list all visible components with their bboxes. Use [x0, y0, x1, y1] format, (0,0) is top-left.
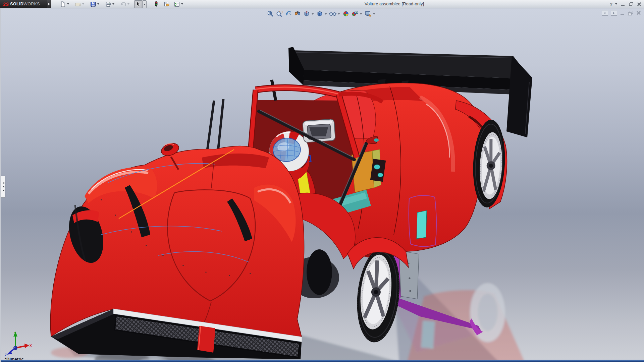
file-properties-button[interactable]: [163, 0, 171, 8]
collapse-pane-left-button[interactable]: [602, 10, 608, 16]
print-button[interactable]: [104, 0, 112, 8]
triad-x-label: X: [30, 344, 32, 348]
reference-triad: Y X Z: [4, 330, 32, 357]
select-tool-button[interactable]: [134, 0, 142, 8]
apply-scene-button[interactable]: [351, 10, 359, 18]
document-title: Voiture assomblee [Read-only]: [365, 1, 424, 6]
display-style-icon: [316, 10, 323, 17]
new-document-button[interactable]: [59, 0, 67, 8]
help-button[interactable]: ?: [609, 2, 613, 7]
appearance-ball-icon: [342, 10, 349, 17]
zoom-to-area-icon: [276, 10, 283, 17]
new-dropdown[interactable]: [67, 3, 69, 6]
save-button[interactable]: [89, 0, 97, 8]
expand-tree-icon: [2, 189, 4, 191]
document-window-controls: [602, 10, 641, 16]
flyout-arrow-icon: [48, 3, 51, 5]
brand-works: WORKS: [23, 2, 40, 6]
side-window-teal: [417, 210, 427, 239]
close-document-button[interactable]: [636, 10, 641, 16]
edit-appearance-button[interactable]: [342, 10, 350, 18]
hide-show-items-dropdown[interactable]: [338, 13, 340, 16]
expand-tree-icon: [2, 186, 4, 188]
solidworks-logo-icon: 3S: [2, 1, 9, 7]
menu-flyout-button[interactable]: [47, 0, 51, 8]
apply-scene-dropdown[interactable]: [360, 13, 362, 16]
view-settings-button[interactable]: [364, 10, 372, 18]
undo-dropdown: [127, 3, 129, 6]
heads-up-view-toolbar: [266, 10, 376, 18]
view-settings-dropdown[interactable]: [373, 13, 375, 16]
open-dropdown: [82, 3, 84, 6]
minimize-button[interactable]: [620, 1, 626, 7]
rebuild-stoplight-button[interactable]: [152, 0, 160, 8]
pane-right-icon: [613, 12, 616, 14]
solidworks-logo: 3S SOLID WORKS: [0, 0, 47, 8]
view-settings-icon: [365, 10, 371, 17]
save-floppy-icon: [90, 1, 96, 7]
previous-view-button[interactable]: [284, 10, 292, 18]
new-document-icon: [60, 1, 66, 7]
hide-show-items-button[interactable]: [329, 10, 337, 18]
standard-toolbar: [59, 0, 187, 8]
restore-document-button[interactable]: [628, 10, 633, 16]
open-folder-icon: [75, 1, 81, 7]
print-icon: [105, 1, 111, 7]
triad-y-label: Y: [14, 331, 16, 335]
eyeglasses-icon: [329, 10, 336, 17]
options-dropdown[interactable]: [181, 3, 183, 6]
window-bottom-edge: [1, 360, 644, 362]
open-button[interactable]: [74, 0, 82, 8]
titlebar: 3S SOLID WORKS: [0, 0, 644, 8]
titlebar-window-controls: ?: [609, 0, 642, 8]
section-view-button[interactable]: [293, 10, 302, 18]
section-view-icon: [294, 10, 301, 17]
view-orientation-icon: [303, 10, 310, 17]
triad-z-label: Z: [5, 353, 7, 357]
pane-left-icon: [603, 12, 605, 14]
feature-tree-collapsed-tab[interactable]: [1, 176, 5, 198]
options-checklist-icon: [174, 1, 180, 7]
zoom-to-area-button[interactable]: [275, 10, 283, 18]
apply-scene-icon: [352, 10, 358, 17]
select-dropdown[interactable]: [142, 0, 147, 8]
collapse-pane-right-button[interactable]: [611, 10, 617, 16]
previous-view-icon: [285, 10, 292, 17]
brand-solid: SOLID: [10, 2, 23, 6]
minimize-document-button[interactable]: [620, 10, 625, 16]
undo-button[interactable]: [119, 0, 127, 8]
stoplight-icon: [153, 1, 159, 7]
expand-tree-icon: [2, 182, 4, 184]
air-intake[interactable]: [303, 119, 335, 142]
view-orientation-dropdown[interactable]: [312, 13, 314, 16]
select-cursor-icon: [136, 1, 141, 7]
options-button[interactable]: [173, 0, 181, 8]
help-dropdown[interactable]: [615, 3, 617, 6]
graphics-viewport[interactable]: Y X Z *Dimetric: [0, 8, 644, 362]
race-car-model[interactable]: [1, 8, 644, 362]
restore-button[interactable]: [628, 1, 634, 7]
print-dropdown[interactable]: [112, 3, 114, 6]
save-dropdown[interactable]: [97, 3, 99, 6]
undo-arrow-icon: [120, 1, 126, 7]
display-style-button[interactable]: [316, 10, 324, 18]
view-orientation-button[interactable]: [303, 10, 311, 18]
zoom-to-fit-icon: [267, 10, 274, 17]
close-button[interactable]: [636, 1, 642, 7]
zoom-to-fit-button[interactable]: [266, 10, 274, 18]
display-style-dropdown[interactable]: [325, 13, 327, 16]
file-properties-icon: [164, 1, 170, 7]
